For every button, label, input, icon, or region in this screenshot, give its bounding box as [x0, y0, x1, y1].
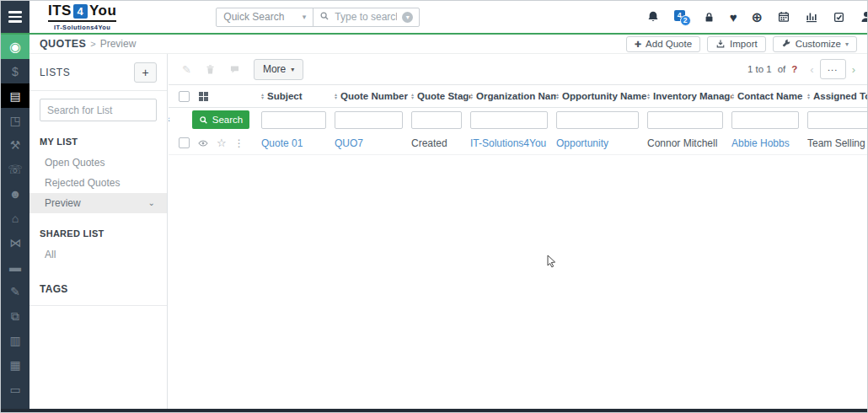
edit-icon[interactable]: ✎ — [182, 63, 191, 76]
page-next-icon[interactable]: › — [852, 63, 855, 76]
filter-cell-subject — [261, 111, 335, 129]
sidebar-item-building[interactable]: ⌂ — [1, 206, 29, 230]
column-header-subject[interactable]: ▴▾Subject — [261, 91, 335, 101]
sort-icon[interactable]: ▴▾ — [647, 93, 650, 100]
sidebar-item-contact-person[interactable]: ☻ — [1, 181, 29, 206]
filter-input-opportunity-name[interactable] — [556, 111, 639, 129]
star-icon[interactable]: ☆ — [217, 137, 227, 148]
filter-input-quote-stage[interactable] — [411, 111, 462, 129]
page-ellipsis-button[interactable]: ... — [820, 59, 846, 79]
filter-input-assigned-to[interactable] — [807, 111, 867, 129]
sidebar-item-bank[interactable]: ▦ — [1, 352, 29, 377]
sidebar-item-service-tools[interactable]: ⚒ — [1, 132, 29, 157]
calendar-icon[interactable] — [777, 10, 790, 24]
app-logo[interactable]: ITS 4 You IT-Solutions4You — [48, 3, 116, 31]
import-label: Import — [730, 39, 758, 49]
sidebar-item-phone[interactable]: ☏ — [1, 157, 29, 181]
sort-icon[interactable]: ▴▾ — [261, 93, 264, 100]
add-quote-button[interactable]: ✚ Add Quote — [626, 36, 700, 52]
sort-desc-icon: ▾ — [470, 96, 473, 100]
logo-text: ITS 4 You — [48, 3, 116, 22]
column-header-organization-name[interactable]: ▴▾Organization Name — [470, 91, 556, 101]
filter-cell-quote-number — [335, 111, 411, 129]
cell-organization-name[interactable]: IT-Solutions4You — [470, 137, 556, 149]
sort-desc-icon: ▾ — [807, 96, 810, 100]
filter-input-contact-name[interactable] — [731, 111, 799, 129]
sidebar-item-wallet[interactable]: ▬ — [1, 255, 29, 279]
cell-contact-name[interactable]: Abbie Hobbs — [731, 137, 807, 149]
list-item-rejected-quotes[interactable]: Rejected Quotes — [29, 173, 167, 193]
list-item-all[interactable]: All — [29, 244, 167, 265]
sort-icon[interactable]: ▴▾ — [470, 93, 473, 100]
filter-row — [261, 111, 867, 129]
lock-icon[interactable] — [703, 11, 715, 24]
user-avatar-icon[interactable] — [860, 10, 868, 24]
row-menu-icon[interactable]: ⋮ — [234, 138, 244, 148]
column-label: Opportunity Name — [562, 91, 646, 101]
trash-icon[interactable] — [205, 64, 216, 75]
grid-view-icon[interactable] — [199, 92, 208, 101]
hamburger-menu-button[interactable] — [1, 1, 29, 33]
cell-opportunity-name[interactable]: Opportunity — [556, 137, 647, 149]
filter-input-subject[interactable] — [261, 111, 326, 129]
bell-icon[interactable] — [646, 10, 660, 24]
sidebar-item-address-book[interactable]: ▥ — [1, 328, 29, 352]
table-header-actions — [179, 91, 261, 102]
customize-button[interactable]: Customize ▾ — [773, 36, 857, 52]
page-prev-icon[interactable]: ‹ — [810, 63, 813, 76]
hamburger-icon — [8, 11, 22, 13]
column-header-contact-name[interactable]: ▴▾Contact Name — [731, 91, 807, 101]
sidebar-item-document-edit[interactable]: ✎ — [1, 279, 29, 303]
sort-icon[interactable]: ▴▾ — [556, 93, 559, 100]
list-item-label: Open Quotes — [45, 157, 104, 169]
section-heading-tags: TAGS — [40, 283, 157, 295]
table-search-button[interactable]: Search — [192, 110, 249, 129]
column-header-assigned-to[interactable]: ▴▾Assigned To — [807, 91, 867, 101]
sidebar-item-bed[interactable]: ▭ — [1, 377, 29, 401]
comment-icon[interactable] — [229, 64, 240, 75]
table-row[interactable]: ☆⋮Quote 01QUO7CreatedIT-Solutions4YouOpp… — [169, 131, 867, 155]
filter-input-inventory-manager[interactable] — [647, 111, 723, 129]
preview-eye-icon[interactable] — [197, 137, 209, 149]
table-header-row: ▴▾Subject▴▾Quote Number▴▾Quote Stage▴▾Or… — [261, 91, 867, 101]
lists-sections: MY LISTOpen QuotesRejected QuotesPreview… — [40, 137, 157, 306]
column-header-quote-number[interactable]: ▴▾Quote Number — [335, 91, 411, 101]
more-button[interactable]: More ▾ — [254, 59, 303, 80]
column-header-opportunity-name[interactable]: ▴▾Opportunity Name — [556, 91, 647, 101]
sidebar-item-dashboard-target[interactable]: ◉ — [1, 35, 29, 59]
sidebar-item-money-bag[interactable]: $ — [1, 59, 29, 83]
list-search-input[interactable] — [40, 99, 157, 121]
list-item-preview[interactable]: Preview⌄ — [29, 193, 167, 213]
heart-icon[interactable]: ♥ — [730, 10, 737, 24]
filter-input-quote-number[interactable] — [335, 111, 403, 129]
cell-quote-number[interactable]: QUO7 — [335, 137, 411, 149]
sort-icon[interactable]: ▴▾ — [335, 93, 337, 100]
tasks-checkbox-icon[interactable] — [833, 11, 845, 24]
cell-subject[interactable]: Quote 01 — [261, 137, 335, 149]
notification-badge[interactable]: 4 2 — [674, 10, 689, 24]
sidebar-item-package[interactable]: ◳ — [1, 108, 29, 132]
sidebar-item-document-copy[interactable]: ⧉ — [1, 303, 29, 328]
divider — [29, 305, 167, 306]
global-search-input[interactable] — [335, 11, 397, 23]
section-heading-my-list: MY LIST — [40, 137, 157, 147]
bed-icon: ▭ — [9, 384, 20, 395]
bar-chart-icon[interactable] — [805, 10, 818, 24]
search-options-icon[interactable]: ▾ — [402, 12, 413, 23]
sidebar-item-quotes[interactable]: ▤ — [1, 83, 29, 108]
add-list-button[interactable]: + — [134, 62, 157, 83]
plus-circle-icon[interactable]: ⊕ — [752, 9, 763, 25]
column-header-quote-stage[interactable]: ▴▾Quote Stage — [411, 91, 470, 101]
collapse-panel-handle[interactable]: ‹ — [169, 110, 175, 128]
column-header-inventory-manager[interactable]: ▴▾Inventory Manager — [647, 91, 731, 101]
sidebar-item-handshake[interactable]: ⋈ — [1, 230, 29, 255]
sort-icon[interactable]: ▴▾ — [731, 93, 734, 100]
import-button[interactable]: Import — [707, 36, 766, 52]
quick-search-dropdown[interactable]: Quick Search ▾ — [217, 8, 313, 26]
sort-icon[interactable]: ▴▾ — [411, 93, 414, 100]
sort-icon[interactable]: ▴▾ — [807, 93, 810, 100]
row-checkbox[interactable] — [179, 137, 190, 148]
filter-input-organization-name[interactable] — [470, 111, 548, 129]
select-all-checkbox[interactable] — [179, 91, 190, 102]
list-item-open-quotes[interactable]: Open Quotes — [29, 153, 167, 173]
